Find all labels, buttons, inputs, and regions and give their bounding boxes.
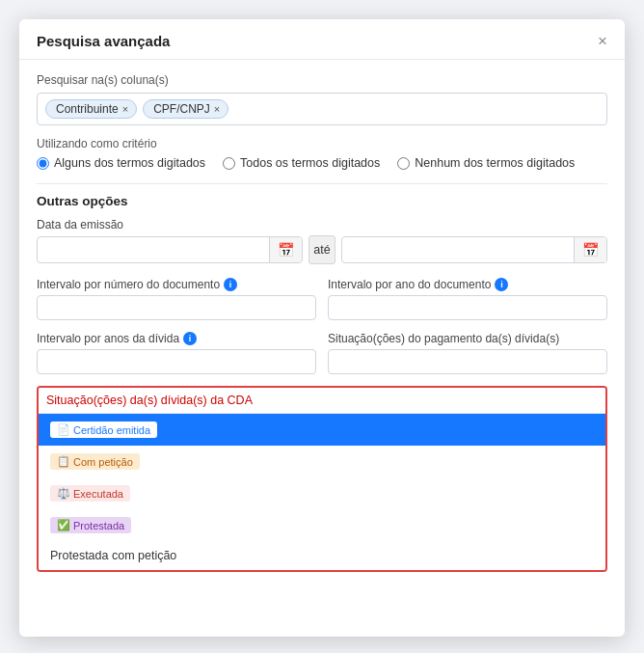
tag-cpfcnpj-label: CPF/CNPJ (153, 102, 210, 116)
dropdown-item-protestada[interactable]: ✅ Protestada (39, 509, 605, 541)
tags-input[interactable]: Contribuinte × CPF/CNPJ × (37, 93, 607, 125)
date-emissao-row: 📅 até 📅 (37, 235, 607, 264)
date-end-input[interactable] (342, 238, 574, 261)
badge-protestada: ✅ Protestada (50, 517, 131, 533)
date-start-wrap: 📅 (37, 236, 303, 263)
intervalo-ano-input[interactable] (328, 295, 607, 320)
radio-alguns-input[interactable] (37, 157, 49, 170)
close-button[interactable]: × (598, 33, 607, 49)
cda-label: Situação(ções) da(s) dívida(s) da CDA (39, 388, 605, 413)
intervalo-numero-input[interactable] (37, 295, 316, 320)
radio-group: Alguns dos termos digitados Todos os ter… (37, 156, 607, 170)
ate-label: até (309, 235, 335, 264)
situacoes-pagamento-field: Situação(ções) do pagamento da(s) dívida… (328, 332, 607, 374)
badge-certidao: 📄 Certidão emitida (50, 422, 157, 438)
dropdown-item-certidao[interactable]: 📄 Certidão emitida (39, 414, 605, 446)
radio-nenhum-input[interactable] (397, 157, 410, 170)
search-columns-label: Pesquisar na(s) coluna(s) (37, 73, 607, 87)
intervalo-ano-label: Intervalo por ano do documento i (328, 278, 607, 291)
radio-todos-input[interactable] (223, 157, 235, 170)
divider (37, 183, 607, 184)
modal-title: Pesquisa avançada (37, 33, 170, 49)
date-end-wrap: 📅 (341, 236, 607, 263)
icon-certidao: 📄 (57, 423, 70, 436)
situacoes-pagamento-input[interactable] (328, 349, 607, 374)
icon-executada: ⚖️ (57, 487, 70, 500)
dropdown-item-peticao[interactable]: 📋 Com petição (39, 446, 605, 477)
calendar-end-button[interactable]: 📅 (574, 237, 606, 262)
intervalo-numero-label: Intervalo por número do documento i (37, 278, 316, 291)
date-start-input[interactable] (38, 238, 269, 261)
icon-protestada: ✅ (57, 519, 70, 531)
dropdown-item-protestada-peticao[interactable]: Protestada com petição (39, 541, 605, 570)
outras-opcoes-title: Outras opções (37, 194, 607, 208)
radio-nenhum-label: Nenhum dos termos digitados (415, 156, 575, 170)
dropdown-list: 📄 Certidão emitida 📋 Com petição ⚖️ Exec… (39, 413, 605, 570)
badge-executada: ⚖️ Executada (50, 485, 130, 502)
intervalo-anos-divida-input[interactable] (37, 349, 316, 374)
intervalo-anos-divida-field: Intervalo por anos da dívida i (37, 332, 316, 374)
dropdown-item-executada[interactable]: ⚖️ Executada (39, 477, 605, 509)
modal-body: Pesquisar na(s) coluna(s) Contribuinte ×… (19, 60, 625, 585)
intervalo-ano-field: Intervalo por ano do documento i (328, 278, 607, 320)
intervalo-numero-field: Intervalo por número do documento i (37, 278, 316, 320)
radio-todos[interactable]: Todos os termos digitados (223, 156, 380, 170)
tag-contribuinte-label: Contribuinte (56, 102, 119, 116)
tag-contribuinte: Contribuinte × (45, 99, 137, 119)
intervalo-ano-info[interactable]: i (495, 278, 508, 291)
tag-contribuinte-remove[interactable]: × (122, 103, 128, 115)
icon-peticao: 📋 (57, 455, 70, 468)
radio-todos-label: Todos os termos digitados (240, 156, 380, 170)
data-emissao-label: Data da emissão (37, 218, 607, 231)
tag-cpfcnpj-remove[interactable]: × (214, 103, 220, 115)
cda-section: Situação(ções) da(s) dívida(s) da CDA 📄 … (37, 386, 607, 572)
intervalo-anos-divida-label: Intervalo por anos da dívida i (37, 332, 316, 345)
criteria-section: Utilizando como critério Alguns dos term… (37, 137, 607, 170)
radio-alguns[interactable]: Alguns dos termos digitados (37, 156, 205, 170)
situacoes-pagamento-label: Situação(ções) do pagamento da(s) dívida… (328, 332, 607, 345)
intervalo-numero-info[interactable]: i (224, 278, 237, 291)
modal-header: Pesquisa avançada × (19, 19, 625, 60)
advanced-search-modal: Pesquisa avançada × Pesquisar na(s) colu… (19, 19, 625, 637)
badge-peticao: 📋 Com petição (50, 453, 140, 470)
calendar-start-button[interactable]: 📅 (269, 237, 302, 262)
tag-cpfcnpj: CPF/CNPJ × (143, 99, 228, 119)
label-protestada-peticao: Protestada com petição (50, 549, 176, 562)
criteria-label: Utilizando como critério (37, 137, 607, 150)
two-cols-1: Intervalo por número do documento i Inte… (37, 278, 607, 320)
radio-nenhum[interactable]: Nenhum dos termos digitados (397, 156, 575, 170)
intervalo-anos-divida-info[interactable]: i (183, 332, 197, 345)
radio-alguns-label: Alguns dos termos digitados (54, 156, 205, 170)
two-cols-2: Intervalo por anos da dívida i Situação(… (37, 332, 607, 374)
